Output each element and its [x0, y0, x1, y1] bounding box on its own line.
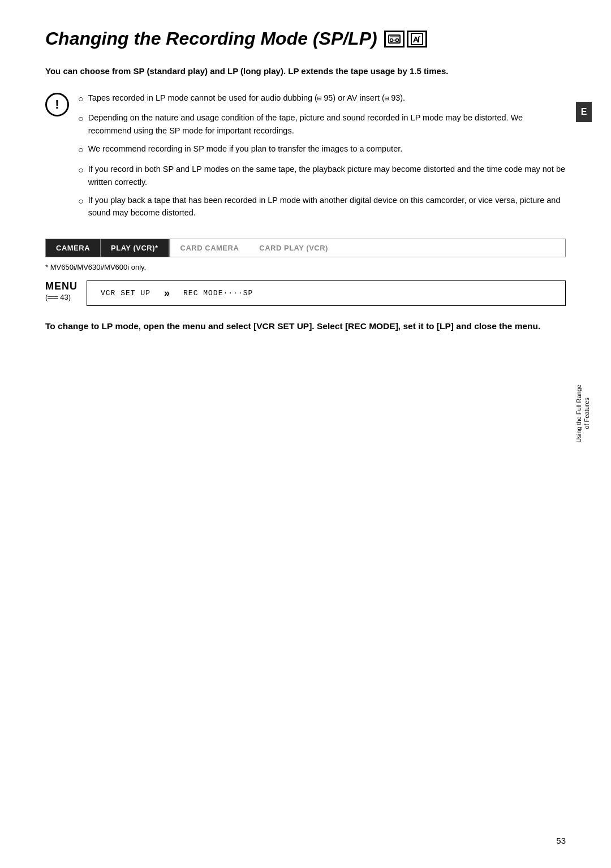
warning-block: ! ○ Tapes recorded in LP mode cannot be …: [45, 92, 566, 225]
warning-item-3: ○ We recommend recording in SP mode if y…: [78, 142, 566, 157]
bullet-1: ○: [78, 92, 84, 106]
sidebar-text: Using the Full Range of Features: [575, 385, 591, 443]
footnote: * MV650i/MV630i/MV600i only.: [45, 263, 566, 271]
bullet-3: ○: [78, 143, 84, 157]
sidebar-label-line1: Using the Full Range: [575, 385, 582, 443]
title-text: Changing the Recording Mode (SP/LP): [45, 28, 377, 49]
e-tab-label: E: [581, 107, 587, 117]
warning-item-4: ○ If you record in both SP and LP modes …: [78, 163, 566, 188]
warning-item-2: ○ Depending on the nature and usage cond…: [78, 111, 566, 137]
tape-icon: [384, 31, 405, 47]
warning-text-2: Depending on the nature and usage condit…: [88, 111, 566, 137]
page-container: E Changing the Recording Mode (SP/LP): [0, 0, 611, 868]
menu-label: MENU: [45, 280, 78, 293]
warning-text-1: Tapes recorded in LP mode cannot be used…: [88, 92, 566, 106]
title-icons: [384, 31, 427, 47]
warning-item-1: ○ Tapes recorded in LP mode cannot be us…: [78, 92, 566, 106]
pencil-icon: [407, 31, 427, 47]
sidebar-text-container: Using the Full Range of Features: [575, 385, 591, 443]
warning-text-5: If you play back a tape that has been re…: [88, 194, 566, 219]
page-title: Changing the Recording Mode (SP/LP): [45, 28, 566, 49]
warning-icon: !: [45, 93, 69, 116]
page-number: 53: [556, 836, 566, 845]
sidebar-label-line2: of Features: [583, 398, 590, 430]
menu-path: VCR SET UP » REC MODE····SP: [87, 280, 566, 306]
svg-point-1: [390, 38, 393, 41]
e-tab: E: [576, 102, 592, 122]
warning-items: ○ Tapes recorded in LP mode cannot be us…: [78, 92, 566, 225]
mode-tab-play-vcr: PLAY (VCR)*: [101, 239, 169, 257]
bullet-5: ○: [78, 195, 84, 219]
menu-sub: (══ 43): [45, 293, 78, 301]
instruction-text: To change to LP mode, open the menu and …: [45, 319, 566, 334]
mode-bar: CAMERA PLAY (VCR)* CARD CAMERA CARD PLAY…: [45, 239, 566, 257]
warning-item-5: ○ If you play back a tape that has been …: [78, 194, 566, 219]
bullet-4: ○: [78, 163, 84, 188]
svg-line-7: [416, 37, 418, 42]
warning-text-4: If you record in both SP and LP modes on…: [88, 163, 566, 188]
menu-path-arrow: »: [164, 287, 170, 299]
menu-label-col: MENU (══ 43): [45, 280, 78, 301]
mode-tab-card-camera: CARD CAMERA: [170, 239, 249, 257]
menu-path-item-2: REC MODE····SP: [170, 287, 266, 300]
mode-tab-card-play-vcr: CARD PLAY (VCR): [249, 239, 338, 257]
svg-line-6: [414, 37, 416, 42]
menu-path-item-1: VCR SET UP: [87, 287, 164, 300]
bullet-2: ○: [78, 112, 84, 137]
svg-point-2: [395, 38, 398, 41]
menu-block: MENU (══ 43) VCR SET UP » REC MODE····SP: [45, 280, 566, 306]
intro-text: You can choose from SP (standard play) a…: [45, 65, 566, 78]
warning-text-3: We recommend recording in SP mode if you…: [88, 142, 566, 157]
mode-tab-camera: CAMERA: [46, 239, 101, 257]
